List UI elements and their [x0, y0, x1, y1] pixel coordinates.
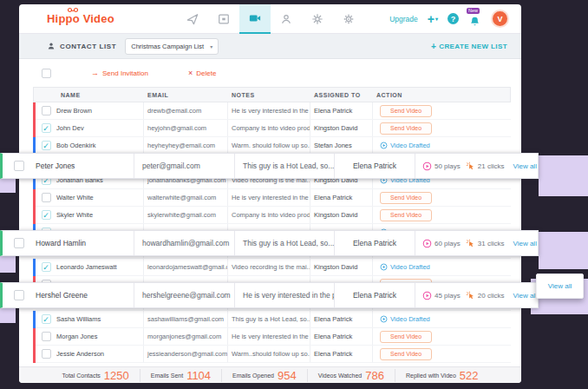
nav-settings-gear-icon[interactable] [333, 4, 364, 34]
table-row[interactable]: Morgan Jones morganjones@gmail.com He is… [33, 328, 511, 346]
stat-label: Emails Opened [232, 373, 274, 379]
row-checkbox[interactable] [14, 238, 24, 248]
contact-notes: Warm. should follow up so... [227, 137, 310, 154]
video-drafted-badge[interactable]: Video Drafted [380, 315, 430, 323]
view-all-link[interactable]: View all [513, 162, 536, 170]
video-drafted-badge[interactable]: Video Drafted [380, 142, 430, 149]
contact-email: skylerwhite@gmail.com [143, 207, 227, 223]
contact-list-bar: CONTACT LIST Christmas Campaign List ▾ +… [19, 34, 521, 59]
quick-add-button[interactable]: +▾ [428, 13, 438, 25]
table-row[interactable]: Jessie Anderson jessieanderson@gmail.com… [33, 346, 511, 363]
contact-name: Skyler White [56, 207, 143, 223]
view-all-link[interactable]: View all [513, 292, 536, 300]
avatar[interactable]: V [491, 10, 509, 28]
click-cursor-icon [466, 239, 475, 248]
video-drafted-badge[interactable]: Video Drafted [380, 263, 430, 271]
play-circle-icon [422, 239, 432, 248]
contacts-icon [280, 13, 292, 25]
table-row[interactable]: ✓ Sasha Williams sashawilliams@gmail.com… [33, 311, 511, 328]
topbar-right-cluster: Upgrade +▾ ? New V [389, 10, 509, 28]
footer-stat: Emails Opened954 [222, 369, 308, 382]
send-video-button[interactable]: Send Video [380, 192, 432, 204]
play-circle-icon [380, 142, 388, 149]
contact-notes: Company is into video produ... [227, 120, 310, 136]
row-checkbox[interactable] [42, 193, 51, 202]
view-all-link[interactable]: View all [513, 240, 536, 247]
new-badge: New [467, 8, 480, 15]
send-invitation-button[interactable]: → Send Invitation [91, 69, 148, 77]
popped-contact-row[interactable]: Howard Hamlin howardhamlin@gmail.com Thi… [0, 230, 539, 256]
stat-label: Emails Sent [151, 373, 183, 379]
row-checkbox[interactable] [42, 106, 51, 115]
contact-email: heyheyhey@email.com [143, 137, 227, 154]
popped-contact-row[interactable]: Peter Jones peter@gmail.com This guy is … [0, 153, 539, 179]
table-row[interactable]: Walter White walterwhite@gmail.com He is… [33, 189, 511, 207]
table-row[interactable]: Drew Brown drewb@email.com He is very in… [33, 102, 511, 120]
row-checkbox[interactable]: ✓ [42, 141, 51, 150]
contact-assigned: Elena Patrick [310, 189, 372, 206]
contact-assigned: Elena Patrick [334, 283, 415, 307]
delete-button[interactable]: × Delete [188, 69, 216, 77]
video-stats: 45 plays 20 clicks View all [415, 283, 538, 307]
contact-name: Peter Jones [36, 154, 134, 178]
contact-name: Leonardo Jameswatt [56, 259, 143, 275]
nav-slides-icon[interactable] [208, 4, 239, 34]
chevron-down-icon: ▾ [435, 16, 438, 22]
nav-contacts-icon[interactable] [271, 4, 302, 34]
stat-label: Videos Watched [318, 373, 363, 379]
contact-action: Send Video [372, 207, 511, 223]
contact-assigned: Elena Patrick [310, 311, 372, 327]
contact-name: Hershel Greene [36, 283, 134, 307]
contact-name: Jessie Anderson [56, 346, 143, 362]
notifications-button[interactable]: New [468, 11, 481, 27]
create-new-list-button[interactable]: + CREATE NEW LIST [431, 42, 507, 51]
table-row[interactable]: ✓ Leonardo Jameswatt leonardojameswatt@g… [33, 259, 511, 276]
view-all-tooltip[interactable]: View all [536, 274, 584, 299]
clicks-stat: 20 clicks [466, 291, 505, 300]
row-checkbox[interactable]: ✓ [42, 123, 51, 133]
footer-stat: Emails Sent1104 [140, 369, 222, 382]
slides-icon [218, 13, 230, 25]
campaign-list-select[interactable]: Christmas Campaign List ▾ [125, 38, 219, 55]
table-row[interactable]: ✓ Skyler White skylerwhite@gmail.com Com… [33, 207, 511, 224]
contact-action: Send Video [372, 328, 511, 345]
nav-video-camera-icon[interactable] [239, 4, 271, 34]
send-video-button[interactable]: Send Video [380, 348, 432, 360]
contact-name: John Dev [56, 120, 143, 136]
popped-contact-row[interactable]: Hershel Greene hershelgreene@gmail.com H… [0, 282, 539, 308]
select-all-checkbox[interactable] [42, 69, 51, 78]
row-checkbox[interactable] [14, 290, 24, 300]
nav-paper-plane-icon[interactable] [177, 4, 208, 34]
table-row[interactable]: ✓ John Dev heyjohn@gmail.com Company is … [33, 120, 511, 137]
play-circle-icon [422, 162, 432, 171]
plays-stat: 60 plays [422, 239, 461, 248]
send-video-button[interactable]: Send Video [380, 105, 432, 117]
hippo-video-logo[interactable]: Hippo Video [47, 12, 114, 25]
row-checkbox[interactable] [42, 332, 51, 341]
footer-stat: Replied with Video522 [395, 369, 489, 382]
nav-integrations-icon[interactable] [302, 4, 333, 34]
row-checkbox[interactable] [14, 161, 24, 171]
send-video-button[interactable]: Send Video [380, 209, 432, 221]
send-video-button[interactable]: Send Video [380, 331, 432, 343]
row-checkbox[interactable]: ✓ [42, 262, 51, 272]
clicks-stat: 31 clicks [466, 239, 505, 248]
contact-email: walterwhite@gmail.com [143, 189, 227, 206]
footer-stat: Videos Watched786 [308, 369, 395, 382]
decor-lavender-block [539, 232, 588, 269]
table-row[interactable]: ✓ Bob Odenkirk heyheyhey@email.com Warm.… [33, 137, 511, 155]
video-stats: 60 plays 31 clicks View all [415, 231, 538, 255]
row-checkbox[interactable]: ✓ [42, 210, 51, 220]
help-button[interactable]: ? [448, 13, 459, 24]
row-checkbox[interactable] [42, 349, 51, 359]
contacts-icon [47, 42, 56, 50]
contact-email: sashawilliams@gmail.com [143, 311, 227, 327]
contact-notes: Video recording is the mai... [227, 259, 310, 275]
contact-assigned: Elena Patrick [310, 102, 372, 119]
upgrade-link[interactable]: Upgrade [389, 15, 418, 23]
contact-name: Drew Brown [56, 102, 143, 119]
send-video-button[interactable]: Send Video [380, 122, 432, 135]
contact-assigned: Kingston David [310, 120, 372, 136]
row-checkbox[interactable]: ✓ [42, 314, 51, 324]
contact-name: Howard Hamlin [36, 231, 134, 255]
